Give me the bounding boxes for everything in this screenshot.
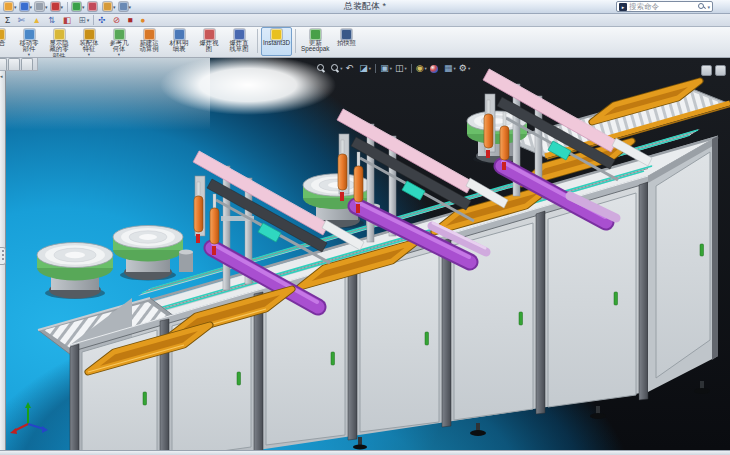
- feature-manager-collapsed-strip[interactable]: ◂: [0, 71, 6, 450]
- dropdown-caret-icon[interactable]: ▾: [82, 4, 85, 10]
- ribbon-instant3d[interactable]: Instant3D ▾: [261, 27, 292, 56]
- tb2-no-entry[interactable]: ⊘▾: [111, 14, 126, 26]
- dropdown-caret-icon[interactable]: ▾: [28, 53, 30, 57]
- hud-display-style[interactable]: ◫ ▾: [394, 63, 408, 74]
- tab[interactable]: [0, 58, 7, 70]
- dropdown-caret-icon[interactable]: ▾: [425, 66, 427, 71]
- press-cylinder: [338, 154, 347, 190]
- ribbon-update-speedpak[interactable]: 更新 Speedpak ▾: [299, 27, 331, 56]
- dropdown-caret-icon[interactable]: ▾: [369, 66, 371, 71]
- separator: [67, 2, 68, 12]
- dropdown-caret-icon[interactable]: ▾: [88, 53, 90, 57]
- tb2-scissors[interactable]: ✄▾: [16, 14, 31, 26]
- dropdown-caret-icon[interactable]: ▾: [113, 4, 116, 10]
- qat-edit-appearance[interactable]: ▾: [87, 1, 102, 13]
- dropdown-caret-icon[interactable]: ▾: [340, 66, 342, 71]
- tb2-updown[interactable]: ⇅▾: [46, 14, 61, 26]
- dropdown-caret-icon[interactable]: ▾: [454, 66, 456, 71]
- toolbar-icon: [35, 2, 44, 11]
- hud-zoom-fit[interactable]: ▾: [316, 64, 329, 73]
- press-cylinder: [354, 166, 363, 202]
- tb2-warning[interactable]: ▲▾: [30, 14, 46, 26]
- ribbon-button-label: 拍快照: [337, 40, 356, 46]
- command-manager-ribbon: 配合 ▾ 移动零 部件 ▾ 显示隐 藏的零 部件 ▾ 装配体 特征: [0, 27, 730, 58]
- ribbon-bill-of-materials[interactable]: 材料明 细表 ▾: [164, 27, 194, 56]
- dropdown-caret-icon[interactable]: ▾: [129, 4, 132, 10]
- separator: [295, 29, 296, 53]
- dropdown-caret-icon[interactable]: ▾: [14, 4, 17, 10]
- separator: [375, 64, 376, 73]
- ribbon-move-component[interactable]: 移动零 部件 ▾: [14, 27, 44, 56]
- ribbon-show-hidden-components[interactable]: 显示隐 藏的零 部件 ▾: [44, 27, 74, 56]
- dropdown-caret-icon[interactable]: ▾: [45, 4, 48, 10]
- separator: [411, 64, 412, 73]
- panel-splitter-handle[interactable]: [0, 247, 6, 265]
- ribbon-assembly-features[interactable]: 装配体 特征 ▾: [74, 27, 104, 56]
- toolbar-icon: ●: [140, 15, 145, 25]
- view-tool-icon: ▦: [444, 63, 453, 74]
- hud-zoom-area[interactable]: ▾: [330, 64, 343, 73]
- magnifier-icon[interactable]: [698, 3, 705, 11]
- tab[interactable]: [8, 58, 20, 70]
- dropdown-caret-icon[interactable]: ▾: [468, 66, 470, 71]
- hud-hide-show-items[interactable]: ◉ ▾: [415, 63, 428, 74]
- view-tool-icon: ◪: [359, 63, 368, 74]
- 3d-scene[interactable]: [0, 58, 730, 450]
- qat-print[interactable]: ▾: [34, 1, 49, 13]
- win-close-window[interactable]: [715, 65, 726, 76]
- ribbon-explode-line-sketch[interactable]: 爆炸直 线草图 ▾: [224, 27, 254, 56]
- dropdown-caret-icon[interactable]: ▾: [61, 4, 64, 10]
- cabinet-right-end[interactable]: [648, 136, 718, 392]
- qat-file-properties[interactable]: ▾: [118, 1, 133, 13]
- command-search[interactable]: ▸ ▾: [616, 1, 713, 12]
- tab[interactable]: [21, 58, 33, 70]
- qat-undo[interactable]: ▾: [50, 1, 65, 13]
- gantry-column: [367, 124, 374, 242]
- qat-open[interactable]: ▾: [3, 1, 18, 13]
- qat-options[interactable]: ▾: [102, 1, 117, 13]
- quick-access-toolbar: ▾▾▾▾▾▾▾▾: [3, 1, 132, 13]
- tb2-red-block[interactable]: ■▾: [125, 14, 138, 26]
- solidworks-window: ▾▾▾▾▾▾▾▾ 总装配体 * ▸ ▾ Σ▾✄▾▲▾⇅▾◧▾⊞▾✣▾⊘▾■▾●▾…: [0, 0, 730, 455]
- ribbon-exploded-view[interactable]: 爆炸视 图 ▾: [194, 27, 224, 56]
- dropdown-caret-icon[interactable]: ▾: [404, 66, 406, 71]
- ribbon-mate[interactable]: 配合 ▾: [0, 27, 14, 56]
- qat-save[interactable]: ▾: [19, 1, 34, 13]
- toolbar-icon: ⊘: [113, 15, 120, 25]
- view-tool-icon: ↶: [346, 63, 354, 74]
- tb2-sigma[interactable]: Σ▾: [3, 14, 16, 26]
- document-window-buttons: [701, 65, 726, 76]
- ribbon-take-snapshot[interactable]: 拍快照 ▾: [331, 27, 361, 56]
- dropdown-caret-icon[interactable]: ▾: [118, 53, 120, 57]
- separator: [93, 15, 94, 25]
- toolbar-icon: ⊞: [79, 15, 86, 25]
- qat-rebuild[interactable]: ▾: [71, 1, 86, 13]
- tb2-component[interactable]: ◧▾: [61, 14, 77, 26]
- hud-section-view[interactable]: ◪ ▾: [358, 63, 372, 74]
- ribbon-new-motion-study[interactable]: 新建运 动算例 ▾: [134, 27, 164, 56]
- hud-previous-view[interactable]: ↶ ▾: [345, 63, 358, 74]
- dropdown-caret-icon[interactable]: ▾: [87, 17, 90, 23]
- dropdown-caret-icon[interactable]: ▾: [30, 4, 33, 10]
- search-input[interactable]: [629, 2, 696, 11]
- view-tool-icon: ⚙: [459, 63, 467, 74]
- hud-edit-appearance[interactable]: ▾: [429, 65, 442, 73]
- search-dropdown-caret-icon[interactable]: ▾: [707, 4, 710, 10]
- view-tool-icon: ◫: [395, 63, 404, 74]
- tb2-sphere[interactable]: ●▾: [138, 14, 151, 26]
- toolbar-icon: [20, 2, 29, 11]
- bowl-feeder-1a: [37, 243, 113, 300]
- hud-view-settings[interactable]: ⚙ ▾: [458, 63, 471, 74]
- collapse-arrow-icon[interactable]: ◂: [0, 74, 3, 79]
- win-restore-window[interactable]: [701, 65, 712, 76]
- graphics-area[interactable]: ◂ ▾ ▾ ↶ ▾: [0, 58, 730, 450]
- hud-view-orientation[interactable]: ▣ ▾: [379, 63, 393, 74]
- ribbon-reference-geometry[interactable]: 参考几 何体 ▾: [104, 27, 134, 56]
- tb2-pinwheel[interactable]: ✣▾: [96, 14, 111, 26]
- dropdown-caret-icon[interactable]: ▾: [390, 66, 392, 71]
- toolbar-icon: ■: [127, 15, 132, 25]
- appearance-ball-icon: [430, 65, 438, 73]
- tb2-design-tree[interactable]: ⊞▾: [77, 14, 92, 26]
- toolbar-icon: [4, 2, 13, 11]
- hud-apply-scene[interactable]: ▦ ▾: [443, 63, 457, 74]
